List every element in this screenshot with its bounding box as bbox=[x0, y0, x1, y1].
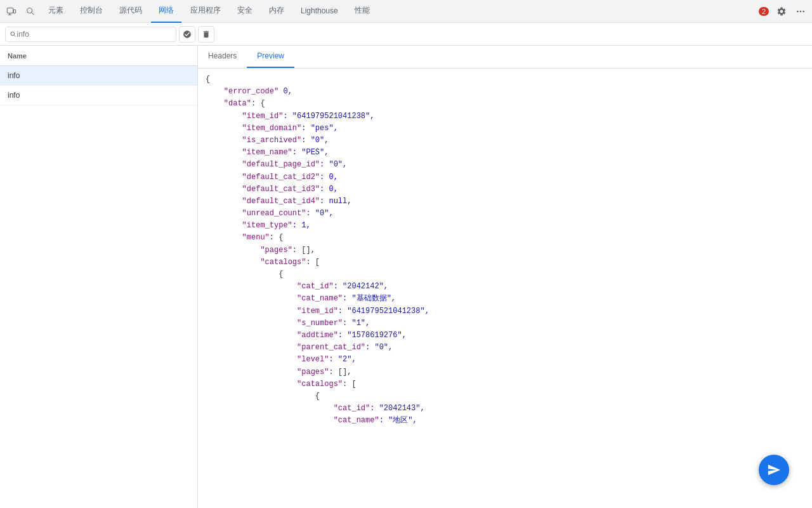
svg-rect-0 bbox=[7, 8, 13, 13]
svg-point-8 bbox=[802, 10, 804, 12]
tab-memory[interactable]: 内存 bbox=[261, 0, 292, 23]
svg-point-7 bbox=[800, 10, 802, 12]
top-toolbar: 元素 控制台 源代码 网络 应用程序 安全 内存 Lighthouse 性能 2 bbox=[0, 0, 812, 23]
tab-security[interactable]: 安全 bbox=[230, 0, 260, 23]
tab-headers[interactable]: Headers bbox=[198, 46, 247, 68]
tab-bar: Headers Preview bbox=[198, 46, 812, 69]
clear-btn[interactable] bbox=[198, 26, 214, 43]
tab-network[interactable]: 网络 bbox=[151, 0, 181, 23]
list-item[interactable]: info bbox=[0, 86, 197, 105]
inspect-btn[interactable] bbox=[22, 3, 39, 20]
tab-sources[interactable]: 源代码 bbox=[112, 0, 150, 23]
error-badge: 2 bbox=[759, 7, 769, 16]
right-panel: Headers Preview { "error_code" 0, "data"… bbox=[198, 46, 812, 508]
list-item[interactable]: info bbox=[0, 66, 197, 86]
svg-rect-1 bbox=[13, 10, 15, 13]
filter-btn[interactable] bbox=[179, 26, 195, 43]
search-input[interactable]: info bbox=[16, 30, 172, 39]
device-toggle-btn[interactable] bbox=[3, 3, 20, 20]
tab-preview[interactable]: Preview bbox=[247, 46, 294, 68]
svg-line-10 bbox=[14, 34, 16, 36]
main-layout: Name info info Headers Preview { "error_… bbox=[0, 46, 812, 508]
fab-button[interactable] bbox=[759, 455, 789, 485]
svg-line-5 bbox=[31, 12, 34, 15]
tab-console[interactable]: 控制台 bbox=[72, 0, 110, 23]
svg-point-6 bbox=[797, 10, 799, 12]
tab-lighthouse[interactable]: Lighthouse bbox=[293, 0, 346, 23]
tab-performance[interactable]: 性能 bbox=[347, 0, 377, 23]
tab-application[interactable]: 应用程序 bbox=[183, 0, 228, 23]
network-toolbar: info bbox=[0, 23, 812, 46]
tab-elements[interactable]: 元素 bbox=[41, 0, 71, 23]
search-box[interactable]: info bbox=[5, 27, 176, 42]
left-panel-header: Name bbox=[0, 46, 197, 66]
left-panel: Name info info bbox=[0, 46, 198, 508]
settings-btn[interactable] bbox=[773, 3, 790, 20]
more-btn[interactable] bbox=[792, 3, 809, 20]
search-icon bbox=[10, 30, 16, 38]
json-preview[interactable]: { "error_code" 0, "data": { "item_id": "… bbox=[198, 69, 812, 508]
